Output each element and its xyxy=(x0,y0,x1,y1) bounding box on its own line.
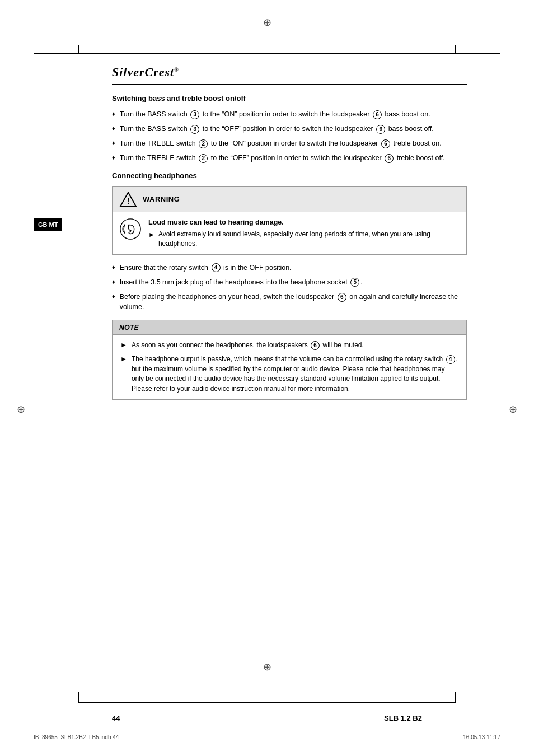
footer-corner-right xyxy=(455,692,456,703)
speaker-num-6d: 6 xyxy=(385,154,394,163)
outer-rule-bottom xyxy=(34,697,500,697)
speaker-num-6c: 6 xyxy=(381,139,390,148)
section-bass-treble-heading: Switching bass and treble boost on/off xyxy=(112,94,467,102)
note-title: NOTE xyxy=(119,324,139,332)
speaker-num-6b: 6 xyxy=(376,125,385,134)
corner-mark-left xyxy=(34,45,34,53)
switch-num-3b: 3 xyxy=(190,125,199,134)
svg-point-2 xyxy=(120,218,140,239)
left-crosshair-icon: ⊕ xyxy=(17,403,25,416)
speaker-num-6e: 6 xyxy=(338,293,346,302)
switch-num-2b: 2 xyxy=(199,154,208,163)
footer-content: 44 SLB 1.2 B2 xyxy=(112,714,422,722)
file-info: IB_89655_SLB1.2B2_LB5.indb 44 xyxy=(34,734,119,740)
warning-body-text: Avoid extremely loud sound levels, espec… xyxy=(158,230,460,249)
bullet-icon: ♦ xyxy=(112,263,115,272)
language-label: GB MT xyxy=(34,218,62,231)
bullet-icon: ♦ xyxy=(112,292,115,301)
note-item-1: ► As soon as you connect the headphones,… xyxy=(120,340,458,350)
warning-box: ! WARNING Loud musi xyxy=(112,186,467,255)
top-corner-marks xyxy=(34,45,500,53)
socket-num-5: 5 xyxy=(350,278,359,287)
note-header: NOTE xyxy=(113,320,466,335)
main-content: SilverCrest® Switching bass and treble b… xyxy=(112,54,467,400)
warning-title: WARNING xyxy=(143,195,180,203)
bullet-icon: ♦ xyxy=(112,139,115,148)
list-item: ♦ Turn the BASS switch 3 to the “OFF” po… xyxy=(112,124,467,134)
bullet-icon: ♦ xyxy=(112,124,115,133)
footer-corner-left xyxy=(78,692,79,703)
list-item: ♦ Ensure that the rotary switch 4 is in … xyxy=(112,263,467,273)
item-text: Insert the 3.5 mm jack plug of the headp… xyxy=(120,277,363,287)
top-margin: ⊕ xyxy=(0,0,534,45)
bullet-icon: ♦ xyxy=(112,110,115,119)
model-number: SLB 1.2 B2 xyxy=(384,714,422,722)
item-text: Ensure that the rotary switch 4 is in th… xyxy=(120,263,292,273)
page: ⊕ GB MT ⊕ ⊕ SilverCrest® Switching bass … xyxy=(0,0,534,756)
list-item: ♦ Turn the TREBLE switch 2 to the “ON” p… xyxy=(112,138,467,148)
arrow-icon: ► xyxy=(148,230,155,240)
warning-triangle-icon: ! xyxy=(119,192,137,207)
warning-subtitle: Loud music can lead to hearing damage. xyxy=(148,218,460,228)
warning-detail: ► Avoid extremely loud sound levels, esp… xyxy=(148,230,460,249)
page-number: 44 xyxy=(112,714,120,722)
svg-text:!: ! xyxy=(127,196,130,205)
headphones-list: ♦ Ensure that the rotary switch 4 is in … xyxy=(112,263,467,312)
bass-treble-list: ♦ Turn the BASS switch 3 to the “ON” pos… xyxy=(112,109,467,164)
item-text: Turn the BASS switch 3 to the “OFF” posi… xyxy=(120,124,434,134)
ear-icon xyxy=(119,218,142,240)
note-item-2: ► The headphone output is passive, which… xyxy=(120,354,458,394)
corner-mark-right xyxy=(500,45,500,53)
list-item: ♦ Before placing the headphones on your … xyxy=(112,292,467,312)
brand-divider xyxy=(112,84,467,85)
footer-rule-left xyxy=(78,702,456,703)
bottom-crosshair-icon: ⊕ xyxy=(263,661,271,673)
top-crosshair-icon: ⊕ xyxy=(263,16,271,29)
rotary-num-4: 4 xyxy=(212,263,221,272)
warning-content: Loud music can lead to hearing damage. ►… xyxy=(148,218,460,249)
bullet-icon: ♦ xyxy=(112,153,115,162)
note-box: NOTE ► As soon as you connect the headph… xyxy=(112,320,467,400)
section-headphones-heading: Connecting headphones xyxy=(112,171,467,180)
list-item: ♦ Insert the 3.5 mm jack plug of the hea… xyxy=(112,277,467,287)
switch-num-2: 2 xyxy=(199,139,208,148)
item-text: Turn the TREBLE switch 2 to the “OFF” po… xyxy=(120,153,445,163)
note-body: ► As soon as you connect the headphones,… xyxy=(113,335,466,399)
outer-corner-right xyxy=(500,697,500,708)
outer-corner-left xyxy=(34,697,34,708)
item-text: Turn the BASS switch 3 to the “ON” posit… xyxy=(120,109,430,119)
arrow-icon: ► xyxy=(120,340,127,350)
date-info: 16.05.13 11:17 xyxy=(463,734,500,740)
item-text: Turn the TREBLE switch 2 to the “ON” pos… xyxy=(120,138,442,148)
arrow-icon-2: ► xyxy=(120,354,127,364)
right-crosshair-icon: ⊕ xyxy=(509,403,517,416)
list-item: ♦ Turn the TREBLE switch 2 to the “OFF” … xyxy=(112,153,467,163)
bullet-icon: ♦ xyxy=(112,278,115,287)
warning-header: ! WARNING xyxy=(113,187,466,212)
item-text: Before placing the headphones on your he… xyxy=(120,292,467,312)
speaker-num-6: 6 xyxy=(373,110,382,119)
switch-num-3: 3 xyxy=(190,110,199,119)
list-item: ♦ Turn the BASS switch 3 to the “ON” pos… xyxy=(112,109,467,119)
rotary-num-4b: 4 xyxy=(446,355,455,364)
note-text-1: As soon as you connect the headphones, t… xyxy=(132,340,364,350)
speaker-num-6f: 6 xyxy=(311,341,320,350)
note-text-2: The headphone output is passive, which m… xyxy=(132,354,458,394)
top-rule-line xyxy=(34,53,500,54)
footer-file-info: IB_89655_SLB1.2B2_LB5.indb 44 16.05.13 1… xyxy=(34,734,500,740)
brand-name: SilverCrest® xyxy=(112,65,467,80)
warning-body: Loud music can lead to hearing damage. ►… xyxy=(113,212,466,254)
